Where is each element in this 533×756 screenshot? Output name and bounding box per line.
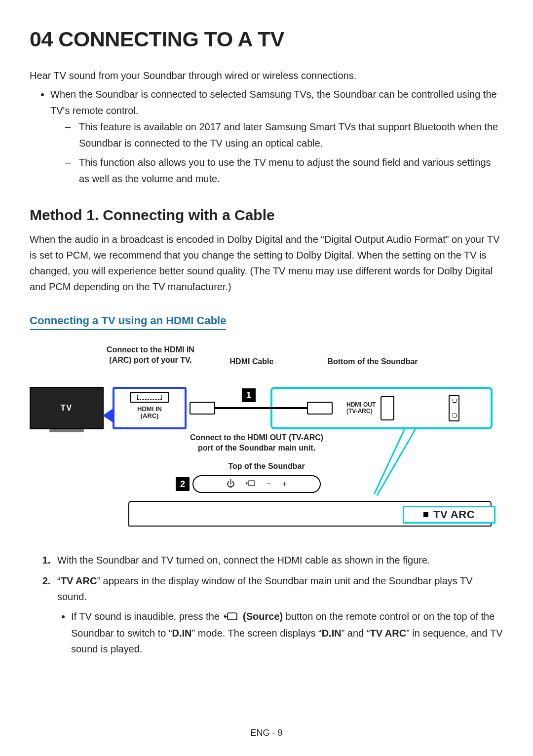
- soundbar-top-panel: ⏻ − +: [192, 475, 321, 493]
- bold-source: (Source): [243, 611, 283, 622]
- step-2: “TV ARC” appears in the display window o…: [53, 573, 503, 657]
- hdmi-in-label-line2: (ARC): [141, 412, 159, 419]
- label-connect-hdmi-out: Connect to the HDMI OUT (TV-ARC) port of…: [173, 433, 341, 454]
- display-dot-icon: [423, 512, 428, 517]
- bold-tv-arc-2: TV ARC: [370, 628, 406, 639]
- minus-icon: −: [266, 479, 271, 489]
- aux-port-icon: [449, 395, 459, 421]
- soundbar-display: TV ARC: [403, 506, 495, 524]
- step-1: With the Soundbar and TV turned on, conn…: [53, 552, 503, 568]
- connector-line-icon: [374, 429, 405, 494]
- label-hdmi-cable: HDMI Cable: [217, 357, 286, 367]
- tv-graphic: TV: [30, 387, 104, 429]
- bullet-text: When the Soundbar is connected to select…: [50, 89, 497, 116]
- label-bottom-soundbar: Bottom of the Soundbar: [311, 357, 434, 367]
- step-badge-1: 1: [242, 388, 256, 402]
- bold-din-1: D.IN: [172, 628, 192, 639]
- soundbar-front-panel: TV ARC: [128, 501, 492, 527]
- step-badge-2: 2: [176, 477, 190, 491]
- power-icon: ⏻: [227, 479, 235, 489]
- tv-pointer-arrow: [103, 408, 114, 423]
- method-paragraph: When the audio in a broadcast is encoded…: [30, 231, 503, 295]
- step-2-sub: If TV sound is inaudible, press the (Sou…: [71, 608, 503, 657]
- hdmi-in-label-line1: HDMI IN: [137, 405, 162, 413]
- connection-diagram: Connect to the HDMI IN (ARC) port of you…: [30, 345, 503, 537]
- tv-stand-graphic: [49, 429, 84, 432]
- sub-heading-hdmi: Connecting a TV using an HDMI Cable: [30, 314, 226, 330]
- hdmi-in-port: HDMI IN (ARC): [113, 387, 187, 429]
- hdmi-plug-left-icon: [190, 402, 215, 415]
- bold-din-2: D.IN: [322, 628, 342, 639]
- label-connect-hdmi-in: Connect to the HDMI IN (ARC) port of you…: [89, 345, 212, 366]
- method-heading: Method 1. Connecting with a Cable: [30, 207, 503, 224]
- plus-icon: +: [282, 479, 287, 489]
- page-footer: ENG - 9: [0, 728, 533, 738]
- hdmi-plug-right-icon: [307, 402, 333, 415]
- hdmi-cable-graphic: [190, 402, 333, 415]
- page-title: 04 CONNECTING TO A TV: [30, 27, 503, 51]
- dash-tv-menu: This function also allows you to use the…: [65, 154, 503, 187]
- intro-text: Hear TV sound from your Soundbar through…: [30, 70, 503, 81]
- connector-line-icon: [377, 429, 416, 496]
- display-text: TV ARC: [433, 508, 475, 521]
- source-icon: [246, 479, 256, 490]
- dash-feature-2017: This feature is available on 2017 and la…: [65, 119, 503, 151]
- bold-tv-arc: TV ARC: [61, 575, 97, 586]
- tv-label: TV: [61, 404, 73, 413]
- hdmi-slot-icon: [130, 392, 169, 403]
- hdmi-out-port-icon: [381, 396, 394, 420]
- bullet-remote-control: When the Soundbar is connected to select…: [50, 86, 503, 187]
- svg-rect-1: [228, 613, 237, 620]
- svg-rect-0: [248, 481, 255, 486]
- source-button-icon: [224, 609, 238, 625]
- hdmi-out-label-line2: (TV-ARC): [346, 408, 373, 415]
- label-top-soundbar: Top of the Soundbar: [217, 461, 316, 472]
